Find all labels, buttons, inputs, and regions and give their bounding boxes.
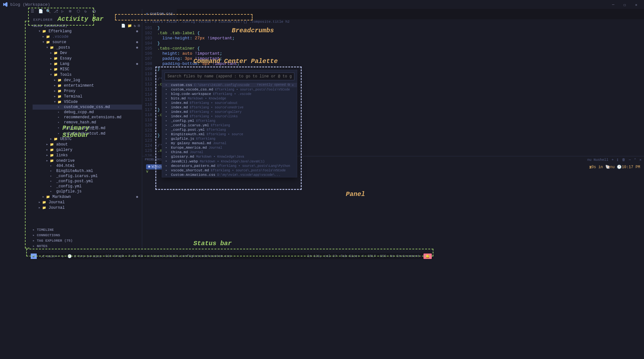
command-palette-item[interactable]: ▪my galaxy manual.md Journal bbox=[162, 141, 297, 145]
search-icon[interactable]: 🔍 bbox=[46, 9, 50, 13]
tree-folder[interactable]: ▾📁Efterklang bbox=[33, 28, 142, 34]
tree-folder[interactable]: ▸📁Essay bbox=[33, 56, 142, 61]
tree-folder[interactable]: ▾📁_posts bbox=[33, 45, 142, 50]
extensions-icon[interactable]: ⊞ bbox=[69, 9, 74, 13]
trash-icon[interactable]: 🗑 bbox=[622, 158, 625, 162]
command-palette-item[interactable]: ▪custom.css C:\Users\24138\.config\vscod… bbox=[162, 83, 297, 87]
remote-icon[interactable]: ⬡ bbox=[77, 9, 81, 13]
tree-file[interactable]: ▪_config.icarus.yml bbox=[33, 174, 142, 179]
breadcrumb[interactable]: C: › Users › 24138 › .config › vscode › … bbox=[142, 19, 644, 24]
command-palette-item[interactable]: ▪China.md Journal bbox=[162, 150, 297, 154]
command-palette-item[interactable]: ▪_config.icarus.yml Efterklang bbox=[162, 123, 297, 128]
command-palette-item[interactable]: ▪blog.code-workspace Efterklang • .vscod… bbox=[162, 92, 297, 96]
remote-button[interactable]: ⇄ bbox=[31, 254, 37, 259]
refresh-icon[interactable]: ↻ bbox=[134, 24, 136, 28]
menu-icon[interactable]: ☰ bbox=[31, 9, 35, 13]
tree-file[interactable]: ▪_config.post.yml bbox=[33, 179, 142, 184]
tree-file[interactable]: ▪custom_vscode_css.md bbox=[33, 105, 142, 110]
tree-folder[interactable]: ▸📁.vscode bbox=[33, 34, 142, 39]
notifications-button[interactable]: 🔔 bbox=[423, 254, 432, 259]
tree-folder[interactable]: ▸📁about bbox=[33, 142, 142, 147]
tree-folder[interactable]: ▾📁VSCode bbox=[33, 99, 142, 105]
tree-folder[interactable]: ▸📁entertainment bbox=[33, 83, 142, 88]
status-environment[interactable]: No Environment bbox=[390, 254, 420, 258]
command-palette-input[interactable] bbox=[165, 73, 294, 80]
command-palette-item[interactable]: ▪bits.md Markdown • Knowledge bbox=[162, 96, 297, 101]
tree-file[interactable]: ▪_config.yml bbox=[33, 184, 142, 189]
tab-custom-css[interactable]: # custom.css bbox=[142, 9, 177, 19]
power-icon[interactable]: ⏻ bbox=[92, 9, 97, 13]
tree-folder[interactable]: ▸📁gallery bbox=[33, 147, 142, 152]
command-palette-item[interactable]: ▪vscode_shortcut.md Efterklang • source\… bbox=[162, 168, 297, 173]
tree-folder[interactable]: ▸📁links bbox=[33, 152, 142, 158]
tree-folder[interactable]: ▸📁Proxy bbox=[33, 88, 142, 94]
sidebar-section[interactable]: ▸ NOTES bbox=[29, 243, 142, 249]
command-palette-item[interactable]: ▪index.md Efterklang • source\onedrive bbox=[162, 105, 297, 110]
tree-folder[interactable]: ▸📁dev_log bbox=[33, 77, 142, 83]
minimize-button[interactable]: ─ bbox=[612, 3, 616, 6]
command-palette-item[interactable]: ▪gulpfile.js Efterklang bbox=[162, 137, 297, 141]
status-language[interactable]: CSS bbox=[380, 254, 386, 258]
breadcrumb-item[interactable]: .config bbox=[180, 20, 195, 24]
status-time[interactable]: 🕐 2 hrs 54 mins bbox=[67, 254, 101, 258]
command-palette-item[interactable]: ▪_config.post.yml Efterklang bbox=[162, 128, 297, 132]
status-git-graph[interactable]: Git Graph bbox=[105, 254, 124, 258]
command-palette-item[interactable]: ▪Europe_America.md Journal bbox=[162, 145, 297, 150]
split-terminal-icon[interactable]: ⫿ bbox=[617, 158, 619, 162]
collapse-icon[interactable]: ⊟ bbox=[138, 24, 140, 28]
new-terminal-icon[interactable]: + bbox=[612, 158, 614, 162]
command-palette-item[interactable]: ▪index.md Efterklang • source\links bbox=[162, 114, 297, 119]
tree-folder[interactable]: ▸📁Journal bbox=[33, 199, 142, 205]
debug-icon[interactable]: ▷ bbox=[61, 9, 66, 13]
source-control-icon[interactable]: ⎇ bbox=[54, 9, 58, 13]
command-palette-item[interactable]: ▪BingSiteAuth.xml Efterklang • source bbox=[162, 132, 297, 137]
workspace-header[interactable]: ▾ BLOG (WORKSPACE) 📄 📁 ↻ ⊟ bbox=[29, 23, 142, 28]
maximize-button[interactable]: ☐ bbox=[624, 3, 627, 6]
tree-folder[interactable]: ▸📁MISC bbox=[33, 66, 142, 72]
status-tab-size[interactable]: Tab Size: 4 bbox=[341, 254, 364, 258]
tree-folder[interactable]: ▸📁Markdown bbox=[33, 194, 142, 199]
tree-folder[interactable]: ▾📁source bbox=[33, 39, 142, 45]
status-branch[interactable]: ⎇ main++ ↻ bbox=[41, 254, 64, 258]
command-palette-item[interactable]: ▪JavaⅡ(1).webp Markdown • Knowledge\Java… bbox=[162, 159, 297, 164]
sidebar-section[interactable]: ▸ CONNECTIONS bbox=[29, 232, 142, 238]
sidebar-section[interactable]: ▸ TIMELINE bbox=[29, 227, 142, 232]
tree-file[interactable]: ▪BingSiteAuth.xml bbox=[33, 168, 142, 174]
tree-file[interactable]: ▪gulpfile.js bbox=[33, 189, 142, 194]
breadcrumb-item[interactable]: {} .composite.title h2 bbox=[243, 20, 290, 24]
files-icon[interactable]: 📄 bbox=[38, 9, 43, 13]
tab-problems[interactable]: PROBLEMS bbox=[145, 158, 162, 162]
status-eol[interactable]: CRLF bbox=[368, 254, 376, 258]
breadcrumb-item[interactable]: C: bbox=[145, 20, 149, 24]
tree-file[interactable]: ▪recommended_extensions.md bbox=[33, 115, 142, 120]
tree-folder[interactable]: ▸📁Journal bbox=[33, 205, 142, 210]
sidebar-section[interactable]: ▸ TAG EXPLORER (75) bbox=[29, 238, 142, 243]
tree-file[interactable]: ▪404.html bbox=[33, 163, 142, 168]
status-position[interactable]: ln 121, col 37 bbox=[307, 254, 337, 258]
tree-folder[interactable]: ▸📁Terminal bbox=[33, 94, 142, 99]
maximize-panel-icon[interactable]: ⌃ bbox=[634, 158, 636, 162]
command-palette-item[interactable]: ▪custom_vscode_css.md Efterklang • sourc… bbox=[162, 87, 297, 92]
command-palette-item[interactable]: ▪glossary.md Markdown • Knowledge\Java bbox=[162, 154, 297, 159]
new-file-icon[interactable]: 📄 bbox=[121, 24, 126, 28]
command-palette-item[interactable]: ▪Custom-Animations.css D:\my\nvim\.vscod… bbox=[162, 173, 297, 177]
refresh-icon[interactable]: ↻ bbox=[84, 9, 89, 13]
close-panel-icon[interactable]: ✕ bbox=[639, 158, 641, 162]
breadcrumb-item[interactable]: 24138 bbox=[166, 20, 177, 24]
breadcrumb-item[interactable]: vscode bbox=[198, 20, 211, 24]
command-palette-item[interactable]: ▪index.md Efterklang • source\about bbox=[162, 101, 297, 105]
tree-folder[interactable]: ▸📁Lang bbox=[33, 61, 142, 66]
tree-file[interactable]: ▪debug_ccpp.md bbox=[33, 110, 142, 115]
more-icon[interactable]: ⋯ bbox=[629, 158, 631, 162]
sidebar-bottom-sections: ▸ TIMELINE▸ CONNECTIONS▸ TAG EXPLORER (7… bbox=[29, 227, 142, 249]
tree-folder[interactable]: ▸📁onedrive bbox=[33, 158, 142, 163]
close-button[interactable]: ✕ bbox=[635, 3, 639, 6]
command-palette-item[interactable]: ▪decorators_pattern.md Efterklang • sour… bbox=[162, 164, 297, 168]
tree-folder[interactable]: ▾📁Tools bbox=[33, 72, 142, 77]
tree-folder[interactable]: ▸📁Dev bbox=[33, 50, 142, 56]
command-palette-item[interactable]: ▪_config.yml Efterklang bbox=[162, 119, 297, 123]
command-palette-item[interactable]: ▪index.md Efterklang • source\gallery bbox=[162, 110, 297, 114]
new-folder-icon[interactable]: 📁 bbox=[128, 24, 132, 28]
breadcrumb-item[interactable]: Users bbox=[152, 20, 163, 24]
breadcrumb-item[interactable]: # custom.css bbox=[214, 20, 240, 24]
